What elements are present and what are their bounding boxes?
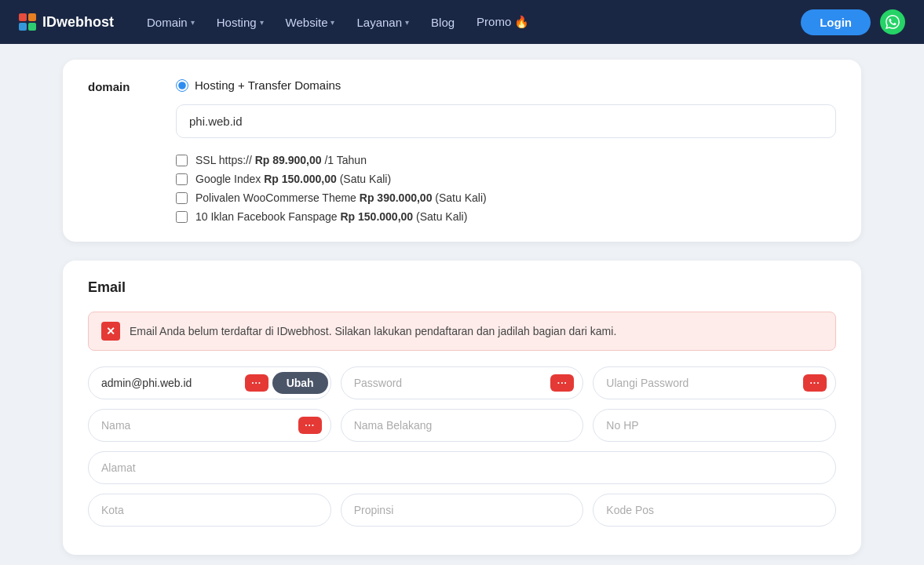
chevron-down-icon: ▾ (260, 18, 264, 27)
kota-row (88, 494, 836, 527)
addons-list: SSL https:// Rp 89.900,00 /1 Tahun Googl… (176, 154, 836, 223)
transfer-radio[interactable] (176, 79, 188, 92)
domain-input[interactable] (176, 104, 836, 138)
nama-group: ··· (88, 409, 331, 442)
email-input-group: ··· Ubah (88, 366, 331, 399)
fb-price: Rp 150.000,00 (340, 210, 413, 223)
email-card: Email ✕ Email Anda belum terdaftar di ID… (63, 261, 861, 555)
navbar: IDwebhost Domain ▾ Hosting ▾ Website ▾ L… (0, 0, 924, 44)
alert-text: Email Anda belum terdaftar di IDwebhost.… (130, 325, 616, 337)
nama-input[interactable] (88, 409, 331, 442)
nav-website[interactable]: Website ▾ (278, 11, 343, 34)
google-checkbox[interactable] (176, 173, 188, 185)
ssl-checkbox[interactable] (176, 155, 188, 166)
addon-google: Google Index Rp 150.000,00 (Satu Kali) (176, 173, 836, 185)
repeat-password-dots-icon[interactable]: ··· (803, 374, 827, 392)
email-dots-icon[interactable]: ··· (245, 374, 268, 392)
nama-row: ··· (88, 409, 836, 442)
login-button[interactable]: Login (801, 9, 871, 35)
brand-name: IDwebhost (42, 14, 114, 31)
nav-layanan[interactable]: Layanan ▾ (349, 11, 417, 34)
fb-checkbox[interactable] (176, 211, 188, 223)
brand-icon (19, 13, 36, 31)
nav-blog[interactable]: Blog (423, 11, 462, 34)
propinsi-group (341, 494, 584, 527)
ubah-button[interactable]: Ubah (272, 372, 328, 394)
password-dots-icon[interactable]: ··· (550, 374, 574, 392)
chevron-down-icon: ▾ (331, 18, 334, 27)
whatsapp-icon[interactable] (880, 9, 905, 35)
nav-right: Login (801, 9, 905, 35)
page-content: domain Hosting + Transfer Domains SSL ht… (0, 44, 924, 565)
email-section-title: Email (88, 279, 836, 296)
password-input[interactable] (341, 366, 584, 399)
password-group: ··· (341, 366, 584, 399)
transfer-option[interactable]: Hosting + Transfer Domains (176, 78, 836, 92)
propinsi-input[interactable] (341, 494, 584, 527)
brand-logo[interactable]: IDwebhost (19, 13, 114, 31)
domain-input-wrap (176, 104, 836, 138)
woo-checkbox[interactable] (176, 192, 188, 204)
email-alert: ✕ Email Anda belum terdaftar di IDwebhos… (88, 312, 836, 351)
kota-group (88, 494, 331, 527)
domain-card: domain Hosting + Transfer Domains SSL ht… (63, 60, 861, 242)
no-hp-group (593, 409, 836, 442)
woo-price: Rp 390.000,00 (360, 191, 433, 204)
domain-options: Hosting + Transfer Domains SSL https:// … (176, 78, 836, 223)
addon-woo: Polivalen WooCommerse Theme Rp 390.000,0… (176, 191, 836, 204)
nav-domain[interactable]: Domain ▾ (139, 11, 203, 34)
addon-fb: 10 Iklan Facebook Fanspage Rp 150.000,00… (176, 210, 836, 223)
kode-pos-input[interactable] (593, 494, 836, 527)
alert-x-icon: ✕ (101, 322, 120, 341)
alamat-input[interactable] (88, 451, 836, 484)
kota-input[interactable] (88, 494, 331, 527)
alamat-group (88, 451, 836, 484)
transfer-label: Hosting + Transfer Domains (195, 78, 341, 92)
kode-pos-group (593, 494, 836, 527)
nama-belakang-group (341, 409, 584, 442)
email-password-row: ··· Ubah ··· ··· (88, 366, 836, 399)
domain-label: domain (88, 78, 151, 93)
alamat-row (88, 451, 836, 484)
nav-promo[interactable]: Promo 🔥 (469, 10, 537, 34)
chevron-down-icon: ▾ (191, 18, 195, 27)
chevron-down-icon: ▾ (405, 18, 409, 27)
domain-row: domain Hosting + Transfer Domains SSL ht… (88, 78, 836, 223)
addon-ssl: SSL https:// Rp 89.900,00 /1 Tahun (176, 154, 836, 166)
nav-hosting[interactable]: Hosting ▾ (209, 11, 272, 34)
repeat-password-input[interactable] (593, 366, 836, 399)
google-price: Rp 150.000,00 (264, 173, 337, 185)
no-hp-input[interactable] (593, 409, 836, 442)
ssl-price: Rp 89.900,00 (255, 154, 322, 166)
repeat-password-group: ··· (593, 366, 836, 399)
nav-links: Domain ▾ Hosting ▾ Website ▾ Layanan ▾ B… (139, 10, 776, 34)
nama-belakang-input[interactable] (341, 409, 584, 442)
nama-dots-icon[interactable]: ··· (298, 417, 322, 434)
